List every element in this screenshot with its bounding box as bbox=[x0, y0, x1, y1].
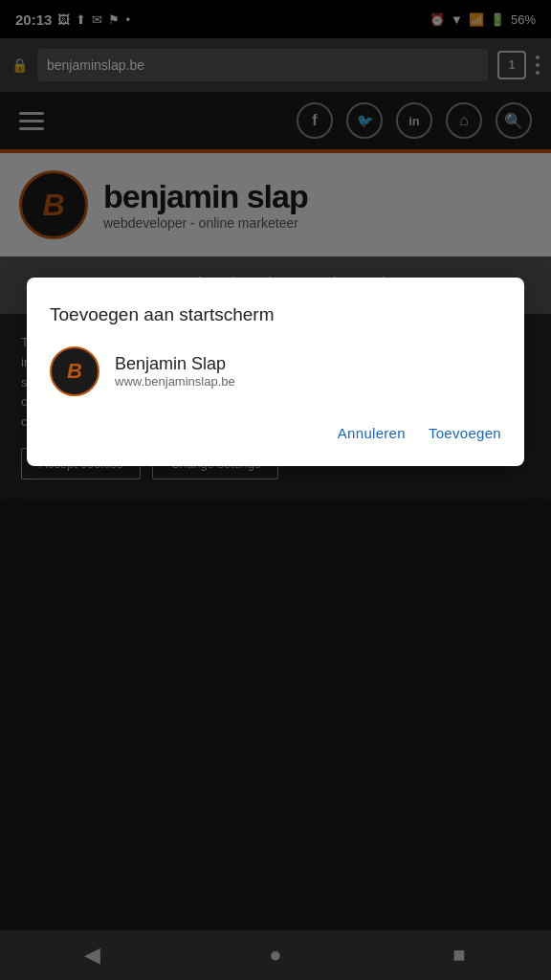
dialog-title: Toevoegen aan startscherm bbox=[50, 304, 501, 325]
cancel-button[interactable]: Annuleren bbox=[338, 419, 406, 447]
dialog-logo-circle: B bbox=[50, 346, 99, 396]
dialog-actions: Annuleren Toevoegen bbox=[50, 419, 501, 447]
add-to-homescreen-button[interactable]: Toevoegen bbox=[429, 419, 501, 447]
dialog-site-url: www.benjaminslap.be bbox=[115, 374, 235, 389]
dialog-site-details: Benjamin Slap www.benjaminslap.be bbox=[115, 354, 235, 389]
dialog-site-info: B Benjamin Slap www.benjaminslap.be bbox=[50, 346, 501, 396]
add-to-homescreen-dialog: Toevoegen aan startscherm B Benjamin Sla… bbox=[27, 278, 524, 466]
dialog-site-name: Benjamin Slap bbox=[115, 354, 235, 374]
dialog-overlay bbox=[0, 0, 551, 980]
